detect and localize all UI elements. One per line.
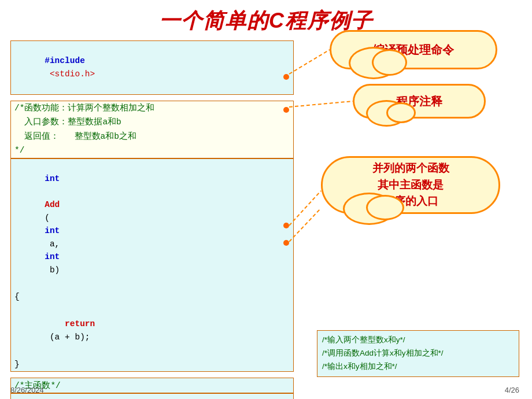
add-return-line: return (a + b); — [11, 304, 293, 357]
main-comment-label: /*主函数*/ — [10, 378, 294, 393]
svg-line-3 — [289, 208, 321, 242]
svg-line-0 — [289, 50, 330, 74]
include-line: #include <stdio.h> — [11, 41, 293, 94]
include-block: #include <stdio.h> — [10, 40, 294, 95]
annotation-line3: /*输出x和y相加之和*/ — [322, 360, 514, 374]
comment-line4: */ — [11, 143, 293, 157]
add-function-block: int Add ( int a, int b) { return (a + b)… — [10, 158, 294, 372]
dot4 — [283, 240, 289, 246]
annotation-box: /*输入两个整型数x和y*/ /*调用函数Add计算x和y相加之和*/ /*输出… — [317, 330, 519, 377]
add-fname: Add — [45, 200, 60, 209]
int-keyword: int — [45, 174, 60, 183]
comment-line2: 入口参数：整型数据a和b — [11, 115, 293, 129]
comment-line3: 返回值： 整型数a和b之和 — [11, 130, 293, 143]
left-code-panel: #include <stdio.h> /*函数功能：计算两个整数相加之和 入口参… — [10, 40, 294, 399]
comment-line1: /*函数功能：计算两个整数相加之和 — [11, 101, 293, 115]
dot1 — [283, 74, 289, 80]
add-sig-line: int Add ( int a, int b) — [11, 159, 293, 290]
add-close-brace: } — [11, 357, 293, 371]
dot2 — [283, 107, 289, 113]
main-function-block: main () { int x, y, sum = 0; printf ("In… — [10, 393, 294, 399]
comment-block: /*函数功能：计算两个整数相加之和 入口参数：整型数据a和b 返回值： 整型数a… — [10, 101, 294, 158]
page-number: 4/26 — [505, 386, 519, 394]
svg-line-2 — [289, 191, 321, 226]
include-arg: <stdio.h> — [45, 69, 95, 79]
annotation-line2: /*调用函数Add计算x和y相加之和*/ — [322, 347, 514, 360]
main-sig-line: main () — [11, 394, 293, 399]
dot3 — [283, 223, 289, 228]
footer-date: 8/26/2024 — [10, 386, 44, 394]
cloud3-text: 并列的两个函数 其中主函数是 程序的入口 — [372, 160, 449, 210]
cloud-comment: 程序注释 — [353, 84, 486, 119]
svg-line-1 — [289, 101, 353, 107]
include-keyword: #include — [45, 56, 85, 65]
annotation-line1: /*输入两个整型数x和y*/ — [322, 334, 514, 347]
add-open-brace: { — [11, 290, 293, 304]
cloud-functions: 并列的两个函数 其中主函数是 程序的入口 — [321, 156, 500, 214]
cloud-preprocessor: 编译预处理命令 — [330, 30, 497, 69]
